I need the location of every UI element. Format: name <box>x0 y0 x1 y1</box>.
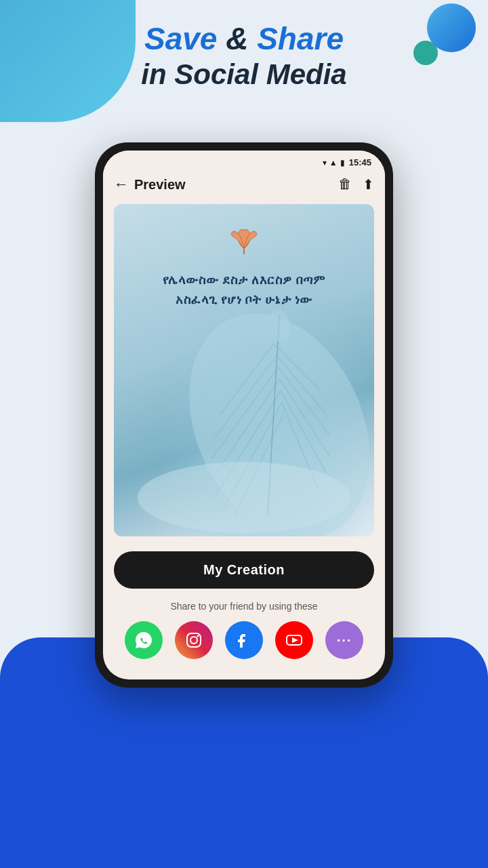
status-time: 15:45 <box>349 157 371 167</box>
phone-screen: ▾ ▲ ▮ 15:45 ← Preview 🗑 ⬆ <box>103 151 385 679</box>
battery-icon: ▮ <box>340 158 345 167</box>
more-button[interactable]: ··· <box>325 621 363 659</box>
phone-body: ▾ ▲ ▮ 15:45 ← Preview 🗑 ⬆ <box>95 142 393 688</box>
logo-leaf-icon <box>226 223 262 261</box>
svg-point-16 <box>138 462 350 533</box>
toolbar-title: Preview <box>134 177 338 193</box>
amharic-text-overlay: የሌላውስው ደስታ ለእርስዎ በጣም አስፈላጊ የሆነ ቦት ሁኔታ ነው <box>149 271 339 310</box>
back-button[interactable]: ← <box>114 176 129 193</box>
status-icons: ▾ ▲ ▮ <box>323 158 345 167</box>
facebook-button[interactable] <box>225 621 263 659</box>
share-icon[interactable]: ⬆ <box>363 176 374 193</box>
phone-mockup: ▾ ▲ ▮ 15:45 ← Preview 🗑 ⬆ <box>95 142 393 688</box>
header-line2-text: in Social Media <box>0 58 488 91</box>
header-share-text: Share <box>257 21 344 56</box>
header-line1: Save & Share <box>0 20 488 57</box>
instagram-button[interactable] <box>175 621 213 659</box>
signal-icon: ▲ <box>329 158 338 167</box>
svg-marker-22 <box>292 637 298 643</box>
header-section: Save & Share in Social Media <box>0 20 488 91</box>
svg-point-19 <box>190 637 197 644</box>
toolbar: ← Preview 🗑 ⬆ <box>103 170 385 199</box>
status-bar: ▾ ▲ ▮ 15:45 <box>103 151 385 170</box>
delete-icon[interactable]: 🗑 <box>338 176 352 193</box>
share-label: Share to your friend by using these <box>114 601 374 612</box>
whatsapp-button[interactable] <box>125 621 163 659</box>
svg-point-20 <box>197 635 199 637</box>
toolbar-action-icons: 🗑 ⬆ <box>338 176 374 193</box>
amharic-line2: አስፈላጊ የሆነ ቦት ሁኔታ ነው <box>163 290 325 310</box>
share-icons-row: ··· <box>114 621 374 659</box>
wifi-icon: ▾ <box>323 158 327 167</box>
share-section: Share to your friend by using these <box>103 595 385 673</box>
preview-image: የሌላውስው ደስታ ለእርስዎ በጣም አስፈላጊ የሆነ ቦት ሁኔታ ነው <box>114 204 374 536</box>
amharic-line1: የሌላውስው ደስታ ለእርስዎ በጣም <box>163 271 325 290</box>
my-creation-button[interactable]: My Creation <box>114 551 374 589</box>
youtube-button[interactable] <box>275 621 313 659</box>
header-save-text: Save <box>144 21 217 56</box>
header-and-text: & <box>217 21 257 56</box>
